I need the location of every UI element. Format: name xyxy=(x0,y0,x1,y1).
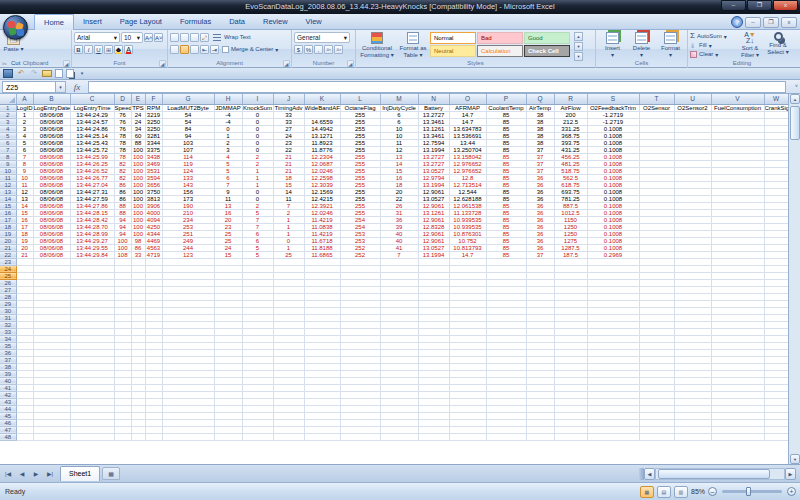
cell-U14[interactable] xyxy=(674,195,711,202)
cell-T42[interactable] xyxy=(639,391,674,398)
cell-M15[interactable]: 26 xyxy=(380,202,418,209)
cell-Q20[interactable]: 36 xyxy=(526,237,554,244)
cell-Q8[interactable]: 37 xyxy=(526,153,554,160)
cell-B46[interactable] xyxy=(33,419,70,426)
cell-R42[interactable] xyxy=(554,391,587,398)
cell-C2[interactable]: 13:44:24.29 xyxy=(70,111,114,118)
cell-T35[interactable] xyxy=(639,342,674,349)
cell-O1[interactable]: AFRMAP xyxy=(449,104,486,111)
row-header-34[interactable]: 34 xyxy=(0,335,16,342)
cell-I41[interactable] xyxy=(242,384,273,391)
cell-W27[interactable] xyxy=(764,286,788,293)
cell-H8[interactable]: 4 xyxy=(214,153,242,160)
cell-A40[interactable] xyxy=(16,377,33,384)
cell-N33[interactable] xyxy=(418,328,449,335)
cell-S47[interactable] xyxy=(587,426,639,433)
cell-L1[interactable]: OctaneFlag xyxy=(340,104,380,111)
cell-F16[interactable]: 4000 xyxy=(145,209,162,216)
cell-P2[interactable]: 85 xyxy=(486,111,526,118)
cell-I28[interactable] xyxy=(242,293,273,300)
cell-G43[interactable] xyxy=(162,398,214,405)
cell-H29[interactable] xyxy=(214,300,242,307)
cell-S40[interactable] xyxy=(587,377,639,384)
row-header-39[interactable]: 39 xyxy=(0,370,16,377)
cell-B28[interactable] xyxy=(33,293,70,300)
cell-P31[interactable] xyxy=(486,314,526,321)
cell-A3[interactable]: 2 xyxy=(16,118,33,125)
cell-P19[interactable]: 85 xyxy=(486,230,526,237)
cell-M31[interactable] xyxy=(380,314,418,321)
decrease-indent-button[interactable]: ⇤ xyxy=(200,45,209,54)
cell-C45[interactable] xyxy=(70,412,114,419)
border-button[interactable]: ⊞ xyxy=(104,45,113,54)
cell-C26[interactable] xyxy=(70,279,114,286)
cell-L26[interactable] xyxy=(340,279,380,286)
vertical-scrollbar[interactable]: ▲ ▼ xyxy=(788,94,800,464)
cell-V31[interactable] xyxy=(711,314,764,321)
cell-K48[interactable] xyxy=(304,433,340,440)
cell-Q41[interactable] xyxy=(526,384,554,391)
cell-K37[interactable] xyxy=(304,356,340,363)
cell-E23[interactable] xyxy=(131,258,145,265)
cell-O22[interactable]: 14.7 xyxy=(449,251,486,258)
cell-O46[interactable] xyxy=(449,419,486,426)
cell-N25[interactable] xyxy=(418,272,449,279)
cell-C48[interactable] xyxy=(70,433,114,440)
cell-W30[interactable] xyxy=(764,307,788,314)
ribbon-tab-view[interactable]: View xyxy=(297,14,331,30)
row-header-36[interactable]: 36 xyxy=(0,349,16,356)
cell-F14[interactable]: 3813 xyxy=(145,195,162,202)
cell-C21[interactable]: 13:44:29.55 xyxy=(70,244,114,251)
cell-M42[interactable] xyxy=(380,391,418,398)
cell-T1[interactable]: O2Sensor xyxy=(639,104,674,111)
cell-L11[interactable]: 255 xyxy=(340,174,380,181)
cell-O39[interactable] xyxy=(449,370,486,377)
cell-H28[interactable] xyxy=(214,293,242,300)
cell-Q5[interactable]: 38 xyxy=(526,132,554,139)
scroll-up-icon[interactable]: ▲ xyxy=(790,94,800,104)
row-header-26[interactable]: 26 xyxy=(0,279,16,286)
cell-Q43[interactable] xyxy=(526,398,554,405)
cell-T38[interactable] xyxy=(639,363,674,370)
cell-K9[interactable]: 12.0687 xyxy=(304,160,340,167)
cell-U21[interactable] xyxy=(674,244,711,251)
cell-A11[interactable]: 10 xyxy=(16,174,33,181)
cell-C32[interactable] xyxy=(70,321,114,328)
row-header-41[interactable]: 41 xyxy=(0,384,16,391)
cell-L18[interactable]: 254 xyxy=(340,223,380,230)
cell-I22[interactable]: 5 xyxy=(242,251,273,258)
cell-F28[interactable] xyxy=(145,293,162,300)
cell-O3[interactable]: 14.7 xyxy=(449,118,486,125)
cell-D3[interactable]: 76 xyxy=(114,118,131,125)
cell-V20[interactable] xyxy=(711,237,764,244)
cell-R44[interactable] xyxy=(554,405,587,412)
cell-O20[interactable]: 10.752 xyxy=(449,237,486,244)
cell-D37[interactable] xyxy=(114,356,131,363)
cell-H24[interactable] xyxy=(214,265,242,272)
cell-T25[interactable] xyxy=(639,272,674,279)
cell-D4[interactable]: 76 xyxy=(114,125,131,132)
cell-G10[interactable]: 124 xyxy=(162,167,214,174)
cell-V29[interactable] xyxy=(711,300,764,307)
cell-K32[interactable] xyxy=(304,321,340,328)
cell-F39[interactable] xyxy=(145,370,162,377)
cell-K44[interactable] xyxy=(304,405,340,412)
cell-F13[interactable]: 3750 xyxy=(145,188,162,195)
cell-N1[interactable]: Battery xyxy=(418,104,449,111)
formula-input[interactable] xyxy=(88,81,786,93)
cell-J37[interactable] xyxy=(273,356,304,363)
cell-T16[interactable] xyxy=(639,209,674,216)
cell-V27[interactable] xyxy=(711,286,764,293)
cell-P1[interactable]: CoolantTemp xyxy=(486,104,526,111)
cell-B42[interactable] xyxy=(33,391,70,398)
cell-C40[interactable] xyxy=(70,377,114,384)
column-header-K[interactable]: K xyxy=(304,94,340,104)
cell-V32[interactable] xyxy=(711,321,764,328)
cell-B26[interactable] xyxy=(33,279,70,286)
cell-D38[interactable] xyxy=(114,363,131,370)
cell-K19[interactable]: 11.4219 xyxy=(304,230,340,237)
cell-S4[interactable]: 0.1008 xyxy=(587,125,639,132)
cell-N31[interactable] xyxy=(418,314,449,321)
row-header-23[interactable]: 23 xyxy=(0,258,16,265)
cell-W45[interactable] xyxy=(764,412,788,419)
